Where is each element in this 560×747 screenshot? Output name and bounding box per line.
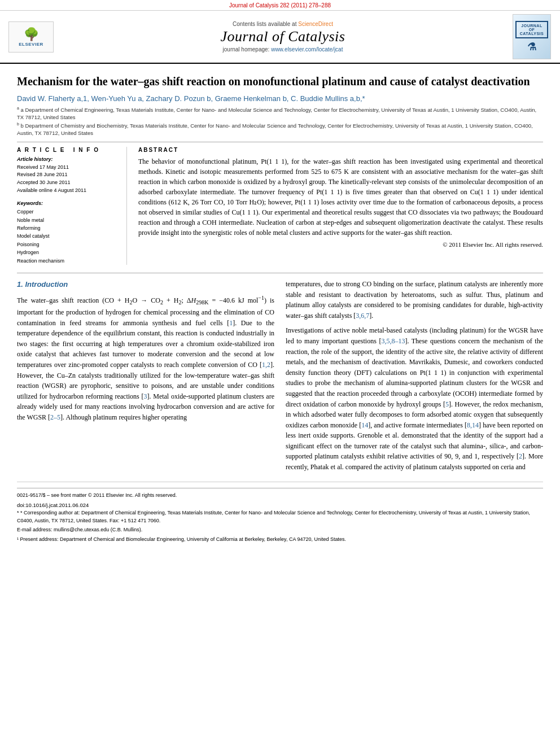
keywords-label: Keywords: [17, 200, 120, 206]
article-info-abstract-section: A R T I C L E I N F O Article history: R… [17, 142, 543, 265]
article-history-label: Article history: [17, 156, 120, 162]
affiliation-a-text: a Department of Chemical Engineering, Te… [17, 107, 536, 120]
abstract-section-title: ABSTRACT [138, 147, 543, 153]
abstract-text: The behavior of monofunctional platinum,… [138, 156, 543, 238]
revised-date: Revised 28 June 2011 [17, 171, 120, 179]
section-title-text: Introduction [25, 280, 68, 289]
keyword-reforming: Reforming [17, 224, 120, 232]
section-number: 1. [17, 280, 25, 289]
homepage-label: journal homepage: [223, 46, 272, 53]
journal-cover-area: JOURNAL OFCATALYSIS ⚗ [509, 14, 554, 59]
journal-citation-bar: Journal of Catalysis 282 (2011) 278–288 [0, 0, 560, 11]
intro-left-paragraph: The water–gas shift reaction (CO + H2O →… [17, 294, 274, 422]
authors-text: David W. Flaherty a,1, Wen-Yueh Yu a, Za… [17, 94, 365, 103]
copyright-line: 0021-9517/$ – see front matter © 2011 El… [17, 492, 543, 500]
sciencedirect-line: Contents lists available at ScienceDirec… [233, 21, 333, 27]
available-date: Available online 4 August 2011 [17, 187, 120, 195]
elsevier-logo: 🌳 ELSEVIER [8, 21, 54, 53]
email-line: E-mail address: mullins@che.utexas.edu (… [17, 526, 543, 534]
sciencedirect-link[interactable]: ScienceDirect [298, 21, 333, 27]
doi-line: doi:10.1016/j.jcat.2011.06.024 [17, 501, 543, 509]
keyword-model-catalyst: Model catalyst [17, 232, 120, 240]
footnote-1: ¹ Present address: Department of Chemica… [17, 536, 543, 544]
introduction-right-col: temperatures, due to strong CO binding o… [286, 279, 543, 477]
article-title: Mechanism for the water–gas shift reacti… [17, 74, 543, 89]
received-date: Received 17 May 2011 [17, 164, 120, 172]
cover-title: JOURNAL OFCATALYSIS [519, 24, 544, 36]
keywords-list: Copper Noble metal Reforming Model catal… [17, 208, 120, 265]
abstract-col: ABSTRACT The behavior of monofunctional … [138, 147, 543, 265]
introduction-heading: 1. Introduction [17, 279, 274, 290]
footnotes-area: 0021-9517/$ – see front matter © 2011 El… [17, 488, 543, 544]
affiliation-a-sup: a [17, 106, 19, 110]
article-info-col: A R T I C L E I N F O Article history: R… [17, 147, 127, 265]
elsevier-tree-icon: 🌳 [24, 27, 39, 42]
homepage-link[interactable]: www.elsevier.com/locate/jcat [271, 46, 343, 53]
corresponding-author: * * Corresponding author at: Department … [17, 509, 543, 525]
keyword-noble-metal: Noble metal [17, 216, 120, 224]
introduction-left-col: 1. Introduction The water–gas shift reac… [17, 279, 274, 477]
journal-title-area: Contents lists available at ScienceDirec… [62, 14, 504, 59]
affiliation-b: b b Department of Chemistry and Biochemi… [17, 121, 543, 137]
affiliation-a: a a Department of Chemical Engineering, … [17, 106, 543, 121]
keyword-poisoning: Poisoning [17, 241, 120, 248]
journal-citation: Journal of Catalysis 282 (2011) 278–288 [229, 2, 331, 8]
journal-homepage-line: journal homepage: www.elsevier.com/locat… [223, 46, 343, 53]
intro-right-paragraph-2: Investigations of active noble metal-bas… [286, 325, 543, 472]
affiliation-b-sup: b [17, 122, 19, 126]
affiliations: a a Department of Chemical Engineering, … [17, 106, 543, 137]
journal-cover-image: JOURNAL OFCATALYSIS ⚗ [513, 14, 551, 59]
authors-line: David W. Flaherty a,1, Wen-Yueh Yu a, Za… [17, 94, 543, 103]
contents-available-text: Contents lists available at [233, 21, 298, 27]
affiliation-b-text: b Department of Chemistry and Biochemist… [17, 123, 533, 136]
journal-header: 🌳 ELSEVIER Contents lists available at S… [0, 11, 560, 64]
page: Journal of Catalysis 282 (2011) 278–288 … [0, 0, 560, 747]
journal-title: Journal of Catalysis [221, 28, 345, 45]
corresponding-text: * Corresponding author at: Department of… [17, 510, 530, 523]
intro-right-paragraph-1: temperatures, due to strong CO binding o… [286, 279, 543, 321]
elsevier-logo-area: 🌳 ELSEVIER [6, 14, 56, 59]
introduction-section: 1. Introduction The water–gas shift reac… [17, 273, 543, 477]
keyword-hydrogen: Hydrogen [17, 248, 120, 256]
accepted-date: Accepted 30 June 2011 [17, 179, 120, 187]
footnote-divider [17, 482, 543, 482]
elsevier-text: ELSEVIER [19, 42, 43, 47]
cover-box: JOURNAL OFCATALYSIS [515, 21, 548, 38]
article-info-section-title: A R T I C L E I N F O [17, 147, 120, 153]
keyword-copper: Copper [17, 208, 120, 216]
keyword-reaction-mechanism: Reaction mechanism [17, 257, 120, 265]
introduction-two-col: 1. Introduction The water–gas shift reac… [17, 279, 543, 477]
abstract-copyright: © 2011 Elsevier Inc. All rights reserved… [138, 241, 543, 248]
main-content: Mechanism for the water–gas shift reacti… [0, 64, 560, 551]
cover-decoration: ⚗ [527, 41, 536, 53]
